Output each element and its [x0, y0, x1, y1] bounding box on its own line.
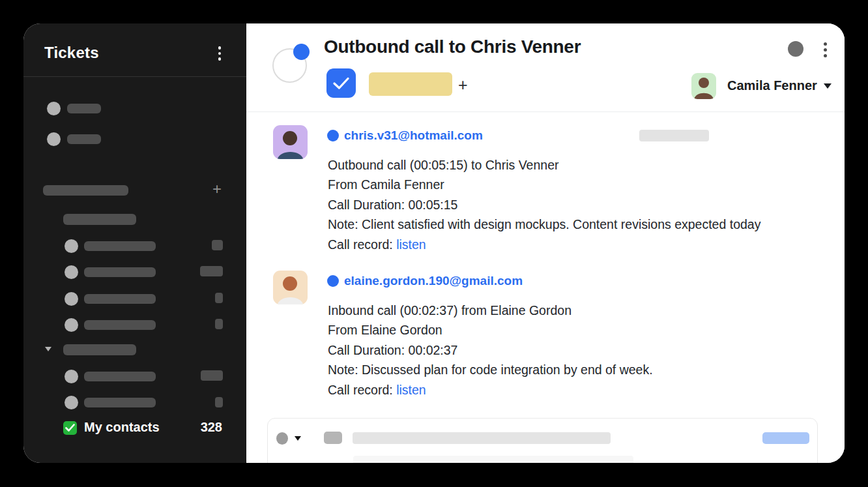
contact-email-link[interactable]: elaine.gordon.190@gmail.com [344, 274, 523, 288]
my-contacts-label: My contacts [84, 420, 160, 435]
skeleton-circle [65, 370, 78, 383]
call-record-label: Call record: [328, 383, 396, 397]
chevron-down-icon [824, 83, 832, 89]
assignee-name: Camila Fenner [727, 78, 817, 93]
call-log-body: Inbound call (00:02:37) from Elaine Gord… [328, 301, 653, 400]
skeleton-count-badge [200, 266, 223, 276]
skeleton-count-badge [215, 397, 223, 407]
skeleton-bar [63, 214, 136, 225]
skeleton-circle [65, 318, 78, 332]
call-summary-line: Outbound call (00:05:15) to Chris Venner [328, 155, 760, 175]
skeleton-bar [67, 104, 101, 113]
unread-dot-icon [327, 130, 339, 141]
call-from-line: From Camila Fenner [328, 175, 760, 194]
call-record-line: Call record: listen [328, 235, 760, 254]
call-duration-line: Call Duration: 00:05:15 [328, 195, 760, 214]
composer-channel-icon[interactable] [276, 432, 288, 445]
call-log-entry: chris.v31@hotmail.com Outbound call (00:… [246, 125, 845, 256]
skeleton-count-badge [215, 319, 223, 329]
skeleton-bar [84, 372, 156, 381]
contact-avatar [273, 271, 308, 304]
unread-dot-icon [327, 275, 339, 287]
skeleton-bar [67, 134, 101, 144]
skeleton-bar [84, 241, 156, 251]
skeleton-count-badge [215, 293, 223, 303]
composer-recipient-placeholder[interactable] [353, 432, 611, 444]
call-record-line: Call record: listen [328, 380, 653, 400]
call-log-entry: elaine.gordon.190@gmail.com Inbound call… [246, 271, 845, 401]
my-contacts-count: 328 [201, 420, 222, 435]
chevron-down-icon[interactable] [45, 347, 51, 351]
participant-avatar-placeholder[interactable] [788, 41, 803, 57]
skeleton-circle [65, 292, 78, 306]
sidebar-header: Tickets [23, 23, 246, 77]
composer-body-placeholder [353, 456, 633, 463]
composer-action-button[interactable] [762, 432, 809, 444]
ticket-detail-pane: Outbound call to Chris Venner + Camila F… [246, 23, 845, 463]
call-record-label: Call record: [328, 237, 396, 252]
listen-link[interactable]: listen [396, 383, 426, 397]
contact-email-link[interactable]: chris.v31@hotmail.com [344, 128, 483, 143]
app-window: Tickets + [23, 23, 845, 463]
skeleton-circle [47, 132, 61, 146]
mark-done-checkbox-button[interactable] [326, 68, 356, 98]
contact-avatar [273, 125, 308, 159]
call-note-line: Note: Discussed plan for code integratio… [328, 360, 653, 379]
skeleton-bar [63, 344, 136, 355]
header-kebab-menu-icon[interactable] [824, 42, 827, 57]
skeleton-count-badge [201, 370, 223, 381]
chevron-down-icon[interactable] [295, 436, 301, 441]
ticket-status-dot-icon [293, 44, 310, 60]
timestamp-placeholder [639, 130, 709, 141]
ticket-header: Outbound call to Chris Venner + Camila F… [246, 23, 845, 112]
skeleton-bar [43, 185, 128, 196]
page-title: Outbound call to Chris Venner [324, 37, 581, 57]
call-from-line: From Elaine Gordon [328, 320, 653, 340]
composer-button-placeholder[interactable] [324, 432, 342, 444]
reply-composer [267, 418, 818, 463]
skeleton-bar [84, 320, 156, 330]
sidebar-kebab-menu-icon[interactable] [218, 46, 222, 61]
call-summary-line: Inbound call (00:02:37) from Elaine Gord… [328, 301, 653, 320]
sidebar-add-icon[interactable]: + [212, 180, 222, 198]
sidebar-item-my-contacts[interactable]: My contacts 328 [23, 420, 246, 439]
activity-feed: chris.v31@hotmail.com Outbound call (00:… [246, 113, 845, 463]
listen-link[interactable]: listen [396, 237, 426, 252]
skeleton-bar [84, 398, 156, 407]
call-log-body: Outbound call (00:05:15) to Chris Venner… [328, 155, 760, 254]
skeleton-bar [84, 267, 156, 277]
skeleton-circle [65, 265, 78, 279]
skeleton-circle [47, 102, 61, 115]
call-duration-line: Call Duration: 00:02:37 [328, 340, 653, 360]
call-note-line: Note: Client satisfied with design mocku… [328, 214, 760, 234]
add-tag-icon[interactable]: + [458, 76, 468, 95]
skeleton-circle [65, 396, 78, 409]
tickets-sidebar: Tickets + [23, 23, 246, 463]
green-checkbox-icon [63, 421, 77, 435]
skeleton-count-badge [212, 240, 223, 250]
tag-chip-placeholder[interactable] [369, 72, 452, 96]
sidebar-title: Tickets [44, 44, 99, 62]
skeleton-circle [65, 239, 78, 253]
skeleton-bar [84, 294, 156, 304]
assignee-avatar [691, 73, 716, 99]
